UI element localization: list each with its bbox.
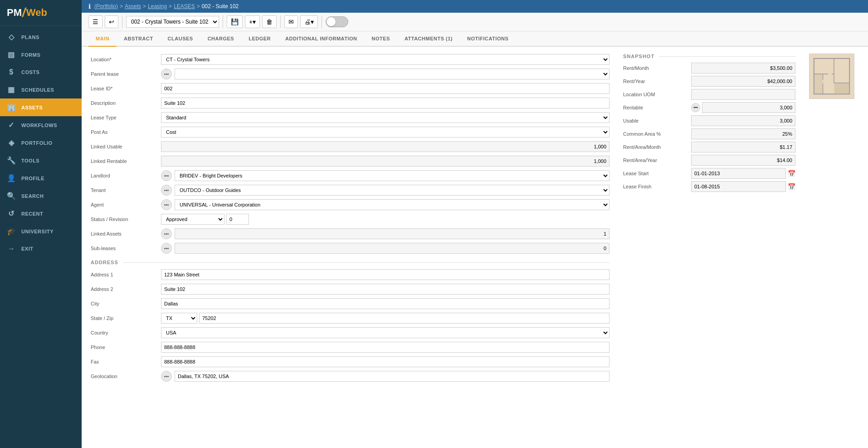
state-zip-row: State / Zip TX	[91, 312, 610, 324]
description-input[interactable]	[161, 98, 610, 108]
zip-input[interactable]	[199, 313, 610, 324]
info-icon[interactable]: ℹ	[88, 3, 91, 10]
sidebar-item-search[interactable]: 🔍 SEARCH	[0, 187, 82, 205]
sidebar-label-recent: RECENT	[21, 211, 43, 217]
location-uom-row: Location UOM	[623, 89, 795, 100]
form-area: Location* CT - Crystal Towers Parent lea…	[82, 47, 868, 448]
country-select[interactable]: USA	[161, 327, 610, 338]
sidebar-item-portfolio[interactable]: ◈ PORTFOLIO	[0, 134, 82, 152]
linked-assets-input	[175, 228, 610, 239]
agent-select[interactable]: UNIVERSAL - Universal Corporation	[175, 199, 610, 210]
toggle-button[interactable]	[326, 16, 348, 27]
sub-leases-row: Sub-leases •••	[91, 242, 610, 254]
state-select[interactable]: TX	[161, 313, 197, 324]
snapshot-section: SNAPSHOT Rent/Month Rent/Year	[623, 54, 795, 192]
address1-input[interactable]	[161, 269, 610, 280]
tab-clauses[interactable]: CLAUSES	[161, 31, 200, 47]
sidebar-item-forms[interactable]: ▤ FORMS	[0, 46, 82, 64]
geolocation-extra-btn[interactable]: •••	[161, 371, 172, 382]
tenant-extra-btn[interactable]: •••	[161, 185, 172, 196]
lease-start-label: Lease Start	[623, 171, 691, 176]
snapshot-header-text: SNAPSHOT	[623, 54, 654, 59]
parent-lease-extra-btn[interactable]: •••	[161, 69, 172, 79]
linked-usable-label: Linked Usable	[91, 144, 161, 149]
form-right: SNAPSHOT Rent/Month Rent/Year	[623, 54, 795, 385]
breadcrumb-leasing[interactable]: Leasing	[148, 3, 167, 10]
snapshot-header: SNAPSHOT	[623, 54, 795, 59]
toolbar-separator-4	[322, 15, 322, 28]
tenant-select[interactable]: OUTDCO - Outdoor Guides	[175, 185, 610, 196]
sidebar-item-assets[interactable]: 🏢 ASSETS	[0, 98, 82, 116]
tab-notes[interactable]: NOTES	[365, 31, 397, 47]
sidebar-item-schedules[interactable]: ▦ SCHEDULES	[0, 81, 82, 98]
add-button[interactable]: +▾	[245, 15, 260, 28]
tab-main[interactable]: MAIN	[88, 31, 117, 47]
tab-notifications[interactable]: NOTIFICATIONS	[460, 31, 516, 47]
sidebar-item-tools[interactable]: 🔧 TOOLS	[0, 152, 82, 169]
sidebar-label-university: UNIVERSITY	[21, 229, 54, 234]
breadcrumb-portfolio[interactable]: (Portfolio)	[94, 3, 118, 10]
linked-usable-input	[161, 141, 610, 152]
sub-leases-extra-btn[interactable]: •••	[161, 243, 172, 254]
parent-lease-select[interactable]	[175, 69, 610, 79]
lease-finish-calendar-icon[interactable]: 📅	[788, 183, 795, 190]
logo-web: Web	[26, 7, 47, 19]
landlord-extra-btn[interactable]: •••	[161, 170, 172, 181]
list-view-button[interactable]: ☰	[88, 15, 102, 28]
delete-button[interactable]: 🗑	[262, 15, 277, 28]
rentable-extra-btn[interactable]: •••	[691, 103, 700, 112]
parent-lease-label: Parent lease	[91, 71, 161, 77]
tab-abstract[interactable]: ABSTRACT	[117, 31, 161, 47]
usable-label: Usable	[623, 118, 691, 123]
location-select[interactable]: CT - Crystal Towers	[161, 54, 610, 65]
sidebar-item-university[interactable]: 🎓 UNIVERSITY	[0, 222, 82, 240]
lease-start-calendar-icon[interactable]: 📅	[788, 170, 795, 177]
phone-input[interactable]	[161, 342, 610, 353]
revision-input[interactable]	[226, 214, 249, 225]
workflows-icon: ✓	[7, 121, 16, 129]
tab-additional-information[interactable]: ADDITIONAL INFORMATION	[278, 31, 364, 47]
geolocation-input[interactable]	[175, 371, 610, 382]
landlord-select[interactable]: BRIDEV - Bright Developers	[175, 170, 610, 181]
sidebar-item-exit[interactable]: → EXIT	[0, 240, 82, 257]
tabs: MAIN ABSTRACT CLAUSES CHARGES LEDGER ADD…	[82, 31, 868, 47]
toolbar: ☰ ↩ 002 - Crystal Towers - Suite 102 💾 +…	[82, 13, 868, 31]
sub-leases-label: Sub-leases	[91, 246, 161, 251]
fax-input[interactable]	[161, 356, 610, 367]
print-button[interactable]: 🖨▾	[300, 15, 318, 28]
country-label: Country	[91, 330, 161, 335]
linked-assets-extra-btn[interactable]: •••	[161, 228, 172, 239]
tab-ledger[interactable]: LEDGER	[241, 31, 278, 47]
record-selector[interactable]: 002 - Crystal Towers - Suite 102	[126, 16, 219, 28]
lease-finish-value[interactable]	[691, 181, 786, 192]
lease-id-input[interactable]	[161, 83, 610, 94]
rent-month-label: Rent/Month	[623, 65, 691, 71]
sidebar-item-workflows[interactable]: ✓ WORKFLOWS	[0, 116, 82, 134]
lease-type-select[interactable]: Standard	[161, 112, 610, 123]
lease-start-value[interactable]	[691, 168, 786, 179]
status-select[interactable]: Approved	[161, 214, 224, 225]
sidebar-item-profile[interactable]: 👤 PROFILE	[0, 169, 82, 187]
lease-start-row: Lease Start 📅	[623, 168, 795, 179]
sidebar-item-costs[interactable]: $ COSTS	[0, 64, 82, 81]
address2-input[interactable]	[161, 284, 610, 295]
country-row: Country USA	[91, 327, 610, 339]
location-label: Location*	[91, 57, 161, 62]
tab-charges[interactable]: CHARGES	[200, 31, 242, 47]
history-button[interactable]: ↩	[105, 15, 118, 28]
breadcrumb-leases[interactable]: LEASES	[174, 3, 195, 10]
rent-month-row: Rent/Month	[623, 63, 795, 74]
city-input[interactable]	[161, 298, 610, 309]
fax-label: Fax	[91, 359, 161, 364]
save-button[interactable]: 💾	[227, 15, 243, 28]
email-button[interactable]: ✉	[284, 15, 298, 28]
breadcrumb-assets[interactable]: Assets	[125, 3, 141, 10]
sidebar-label-profile: PROFILE	[21, 176, 44, 181]
costs-icon: $	[7, 68, 16, 76]
address-section-line	[123, 262, 610, 263]
sidebar-item-plans[interactable]: ◇ PLANS	[0, 28, 82, 46]
agent-extra-btn[interactable]: •••	[161, 199, 172, 210]
sidebar-item-recent[interactable]: ↺ RECENT	[0, 205, 82, 222]
tab-attachments[interactable]: ATTACHMENTS (1)	[397, 31, 460, 47]
post-as-select[interactable]: Cost	[161, 127, 610, 138]
